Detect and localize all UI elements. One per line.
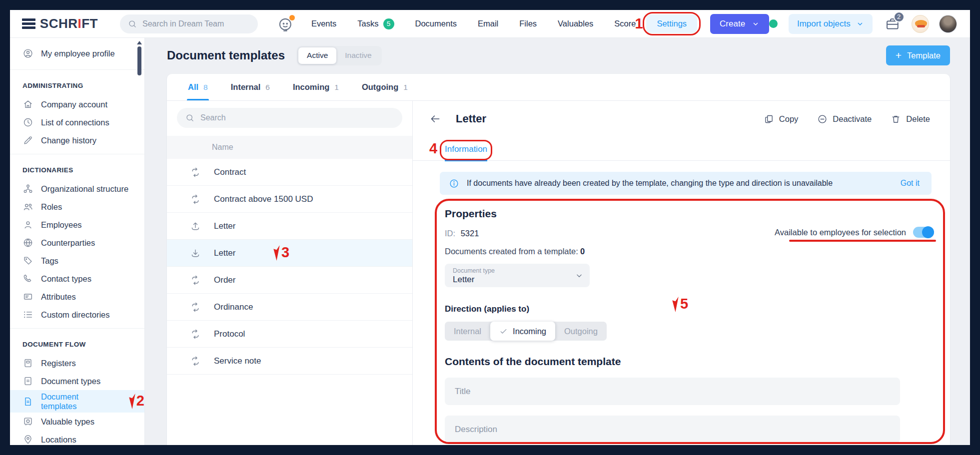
sidebar-item-registers[interactable]: Registers: [10, 354, 144, 372]
got-it-button[interactable]: Got it: [901, 179, 920, 188]
id-label: ID:: [445, 229, 455, 238]
sidebar-item-roles[interactable]: Roles: [10, 198, 144, 216]
red-arrow-icon: [128, 394, 136, 409]
banner-text: If documents have already been created b…: [467, 179, 833, 188]
tab-internal[interactable]: Internal6: [231, 74, 270, 100]
back-arrow-icon[interactable]: [429, 112, 442, 125]
register-book-icon: [22, 358, 33, 369]
briefcase-icon[interactable]: 2: [885, 16, 901, 32]
user-avatar[interactable]: [939, 15, 957, 33]
description-input[interactable]: Description: [445, 416, 900, 443]
import-objects-button[interactable]: Import objects: [789, 14, 873, 34]
sidebar-item-document-types[interactable]: Document types: [10, 372, 144, 390]
create-button[interactable]: Create: [710, 14, 769, 34]
availability-toggle[interactable]: [913, 227, 934, 238]
hamburger-menu-icon[interactable]: [22, 18, 35, 29]
sidebar-item-counterparties[interactable]: Counterparties: [10, 234, 144, 252]
sidebar-item-change-history[interactable]: Change history: [10, 131, 144, 149]
sidebar-item-label: Company account: [41, 100, 107, 109]
sidebar-item-label: Attributes: [41, 292, 76, 302]
sidebar-item-custom-directories[interactable]: Custom directories: [10, 306, 144, 324]
org-structure-icon: [22, 183, 33, 194]
nav-settings[interactable]: Settings 1: [646, 14, 697, 33]
list-item[interactable]: Protocol: [167, 321, 412, 348]
deactivate-label: Deactivate: [833, 114, 872, 124]
tab-outgoing[interactable]: Outgoing1: [362, 74, 408, 100]
nav-events[interactable]: Events: [301, 14, 347, 33]
deactivate-button[interactable]: Deactivate: [817, 114, 872, 124]
sidebar-item-label: Document types: [41, 377, 100, 386]
list-item[interactable]: Service note: [167, 348, 412, 375]
sidebar-item-document-templates[interactable]: Document templates 2: [10, 390, 144, 413]
tag-icon: [22, 255, 33, 266]
global-search-input[interactable]: Search in Dream Team: [120, 14, 258, 33]
list-item[interactable]: Contract above 1500 USD: [167, 186, 412, 213]
sidebar-item-tags[interactable]: Tags: [10, 252, 144, 270]
tab-information[interactable]: Information: [445, 144, 487, 161]
document-type-dropdown[interactable]: Document type Letter: [445, 264, 590, 287]
detail-header: Letter Copy Deactivate: [429, 108, 930, 130]
nav-email[interactable]: Email: [467, 14, 509, 33]
availability-toggle-row: Available to employees for selection: [775, 227, 934, 238]
list-item[interactable]: Order: [167, 267, 412, 294]
red-arrow-icon: [273, 245, 280, 261]
tab-incoming[interactable]: Incoming1: [293, 74, 339, 100]
sidebar-item-label: Valuable types: [41, 417, 94, 427]
sidebar-item-valuable-types[interactable]: Valuable types: [10, 413, 144, 431]
sidebar-item-label: Employees: [41, 220, 82, 230]
delete-button[interactable]: Delete: [891, 114, 930, 124]
nav-documents[interactable]: Documents: [405, 14, 467, 33]
sidebar-scrollbar[interactable]: [137, 41, 142, 75]
list-header-name: Name: [167, 136, 412, 159]
workspace-logo[interactable]: [912, 15, 930, 33]
chevron-down-icon: [752, 20, 760, 28]
tab-count: 6: [265, 83, 270, 92]
globe-icon: [22, 237, 33, 248]
sidebar-item-employees[interactable]: Employees: [10, 216, 144, 234]
tab-label: Outgoing: [362, 82, 398, 92]
sidebar-item-my-employee-profile[interactable]: My employee profile: [10, 42, 144, 65]
nav-valuables[interactable]: Valuables: [547, 14, 604, 33]
tasks-count-badge: 5: [383, 18, 394, 29]
nav-label: Valuables: [558, 19, 593, 28]
sidebar-item-list-of-connections[interactable]: List of connections: [10, 113, 144, 131]
document-book-icon: [22, 376, 33, 387]
safe-icon: [22, 416, 33, 427]
template-button-label: Template: [907, 51, 941, 60]
filter-active-button[interactable]: Active: [298, 47, 336, 64]
nav-tasks[interactable]: Tasks5: [347, 14, 404, 34]
filter-inactive-button[interactable]: Inactive: [336, 47, 380, 64]
list-item[interactable]: Ordinance: [167, 294, 412, 321]
section-dictionaries: DICTIONARIES: [10, 166, 144, 174]
plus-icon: +: [896, 49, 902, 61]
direction-internal-button[interactable]: Internal: [445, 322, 490, 341]
title-input[interactable]: Title: [445, 378, 900, 405]
scroll-up-arrow[interactable]: [137, 41, 142, 44]
app-logo[interactable]: SCHRIFT: [40, 16, 98, 31]
home-icon: [22, 99, 33, 110]
list-item-selected[interactable]: Letter 3: [167, 240, 412, 267]
sidebar-item-organizational-structure[interactable]: Organizational structure: [10, 180, 144, 198]
assistant-icon[interactable]: [277, 15, 294, 32]
sidebar-item-contact-types[interactable]: Contact types: [10, 270, 144, 288]
direction-outgoing-button[interactable]: Outgoing: [555, 322, 607, 341]
nav-files[interactable]: Files: [509, 14, 547, 33]
add-template-button[interactable]: + Template: [886, 45, 950, 65]
list-item[interactable]: Letter: [167, 213, 412, 240]
sidebar-item-attributes[interactable]: Attributes: [10, 288, 144, 306]
sidebar-item-company-account[interactable]: Company account: [10, 95, 144, 113]
description-placeholder: Description: [455, 425, 497, 435]
scrollbar-thumb[interactable]: [137, 46, 141, 75]
tab-label: Incoming: [293, 82, 329, 92]
direction-incoming-label: Incoming: [513, 327, 546, 336]
template-search-input[interactable]: Search: [177, 108, 402, 128]
direction-incoming-button[interactable]: Incoming: [490, 322, 555, 341]
sidebar-item-locations[interactable]: Locations: [10, 431, 144, 445]
list-item[interactable]: Contract: [167, 159, 412, 186]
tab-all[interactable]: All8: [188, 74, 208, 100]
sidebar-item-label: Roles: [41, 202, 62, 212]
phone-icon: [22, 273, 33, 284]
copy-button[interactable]: Copy: [764, 114, 799, 124]
search-placeholder: Search: [200, 113, 226, 122]
search-icon: [127, 19, 137, 29]
